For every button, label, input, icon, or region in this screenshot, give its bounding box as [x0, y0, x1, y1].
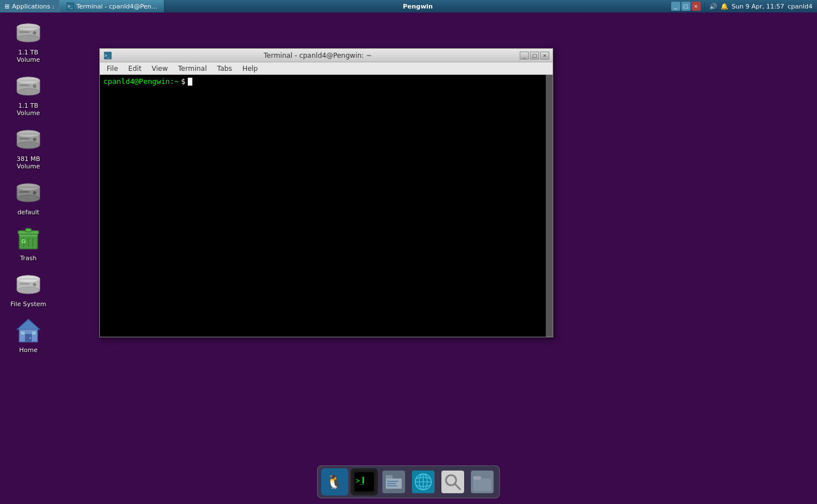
svg-point-7	[33, 31, 36, 35]
volume3-label2: Volume	[17, 163, 40, 170]
menu-terminal[interactable]: Terminal	[174, 63, 212, 74]
dock-item-pengwin[interactable]: 🐧	[321, 468, 348, 495]
bell-icon: 🔔	[721, 3, 728, 10]
desktop-icon-home[interactable]: Home	[6, 315, 51, 356]
terminal-controls: _ □ ×	[520, 52, 549, 60]
filesystem-icon	[15, 271, 42, 298]
svg-point-18	[17, 142, 40, 149]
trash-icon: ♻	[15, 225, 42, 252]
menu-edit[interactable]: Edit	[124, 63, 146, 74]
volume1-icon	[15, 19, 42, 46]
svg-rect-42	[17, 278, 40, 280]
volume-icon: 🔊	[709, 3, 717, 10]
menu-view[interactable]: View	[147, 63, 172, 74]
svg-rect-75	[473, 476, 481, 480]
default-label: default	[18, 209, 40, 216]
volume3-icon	[15, 126, 42, 153]
volume2-label2: Volume	[17, 109, 40, 117]
terminal-title: Terminal - cpanld4@Pengwin: ~	[116, 52, 520, 60]
terminal-cursor	[188, 78, 192, 86]
svg-rect-64	[387, 485, 397, 486]
terminal-window-icon: >_	[103, 51, 112, 60]
menu-help[interactable]: Help	[238, 63, 262, 74]
dock-item-terminal[interactable]: >_	[351, 468, 378, 495]
files-dock-icon	[382, 471, 405, 493]
terminal-titlebar: >_ Terminal - cpanld4@Pengwin: ~ _ □ ×	[100, 49, 553, 62]
desktop-icon-filesystem[interactable]: File System	[6, 269, 51, 310]
dock-item-search[interactable]	[439, 468, 466, 495]
terminal-scrollbar[interactable]	[546, 75, 553, 337]
svg-rect-74	[473, 478, 491, 491]
volume2-icon	[15, 73, 42, 100]
svg-point-40	[17, 287, 40, 294]
desktop-icon-volume1[interactable]: 1.1 TB Volume	[6, 17, 51, 66]
svg-rect-49	[20, 331, 25, 335]
dock: 🐧 >_	[317, 465, 500, 498]
svg-text:>_: >_	[104, 53, 110, 58]
datetime-label: Sun 9 Apr, 11:57	[732, 3, 785, 10]
volume1-label2: Volume	[17, 56, 40, 63]
home-label: Home	[19, 346, 37, 354]
trash-label: Trash	[20, 255, 36, 262]
menu-file[interactable]: File	[102, 63, 123, 74]
terminal-window: >_ Terminal - cpanld4@Pengwin: ~ _ □ × F…	[99, 48, 553, 337]
svg-rect-6	[17, 26, 40, 28]
svg-text:🐧: 🐧	[326, 473, 343, 490]
home-icon	[15, 317, 42, 344]
desktop-icon-volume2[interactable]: 1.1 TB Volume	[6, 70, 51, 119]
svg-rect-63	[387, 483, 396, 484]
applications-label: Applications :	[12, 3, 54, 10]
prompt-user: cpanld4@Pengwin:~	[103, 77, 179, 86]
svg-point-4	[17, 35, 40, 42]
taskbar-window-controls: _ □ ×	[671, 2, 704, 11]
terminal-maximize-btn[interactable]: □	[530, 52, 539, 60]
pengwin-title: Pengwin	[165, 3, 671, 10]
terminal-body[interactable]: cpanld4@Pengwin:~ $	[100, 75, 553, 337]
svg-point-21	[33, 138, 36, 141]
terminal-content[interactable]: cpanld4@Pengwin:~ $	[100, 75, 546, 337]
svg-rect-8	[19, 31, 30, 33]
search-dock-icon	[441, 471, 464, 493]
menu-tabs[interactable]: Tabs	[213, 63, 237, 74]
svg-rect-62	[387, 481, 398, 482]
window-taskbar-button[interactable]: >_ Terminal - cpanld4@Pen...	[60, 0, 165, 12]
dock-item-browser[interactable]	[410, 468, 437, 495]
folder-dock-icon	[471, 471, 494, 493]
svg-marker-45	[17, 319, 40, 329]
pengwin-dock-icon: 🐧	[323, 471, 346, 493]
svg-point-43	[33, 283, 36, 286]
terminal-close-btn[interactable]: ×	[540, 52, 549, 60]
system-tray: 🔊 🔔 Sun 9 Apr, 11:57 cpanld4	[704, 3, 817, 10]
terminal-dock-icon: >_	[353, 471, 376, 493]
svg-rect-47	[25, 334, 32, 342]
default-icon	[15, 179, 42, 206]
taskbar-maximize-btn[interactable]: □	[681, 2, 690, 11]
dock-item-files[interactable]	[380, 468, 407, 495]
svg-point-25	[17, 195, 40, 202]
desktop-icon-default[interactable]: default	[6, 177, 51, 218]
volume1-label1: 1.1 TB	[18, 49, 38, 56]
taskbar-close-btn[interactable]: ×	[692, 2, 701, 11]
applications-menu[interactable]: ⊞ Applications :	[0, 0, 60, 12]
svg-point-28	[33, 191, 36, 194]
dock-item-folder[interactable]	[469, 468, 496, 495]
taskbar-top: ⊞ Applications : >_ Terminal - cpanld4@P…	[0, 0, 817, 12]
svg-rect-33	[26, 228, 31, 232]
svg-point-14	[33, 84, 36, 88]
desktop-icon-volume3[interactable]: 381 MB Volume	[6, 124, 51, 172]
terminal-menubar: File Edit View Terminal Tabs Help	[100, 62, 553, 75]
terminal-prompt-line: cpanld4@Pengwin:~ $	[103, 77, 542, 86]
terminal-icon-small: >_	[66, 2, 74, 10]
svg-text:>_: >_	[68, 4, 73, 9]
apps-icon: ⊞	[5, 3, 10, 10]
window-button-label: Terminal - cpanld4@Pen...	[77, 3, 158, 10]
volume3-label1: 381 MB	[16, 155, 40, 163]
desktop-icon-trash[interactable]: ♻ Trash	[6, 223, 51, 264]
taskbar-minimize-btn[interactable]: _	[671, 2, 680, 11]
svg-rect-20	[17, 133, 40, 135]
terminal-minimize-btn[interactable]: _	[520, 52, 529, 60]
svg-rect-58	[363, 477, 364, 484]
desktop-icons: 1.1 TB Volume 1.1 TB Volume	[6, 17, 51, 356]
svg-rect-13	[17, 79, 40, 82]
svg-text:♻: ♻	[21, 238, 26, 244]
